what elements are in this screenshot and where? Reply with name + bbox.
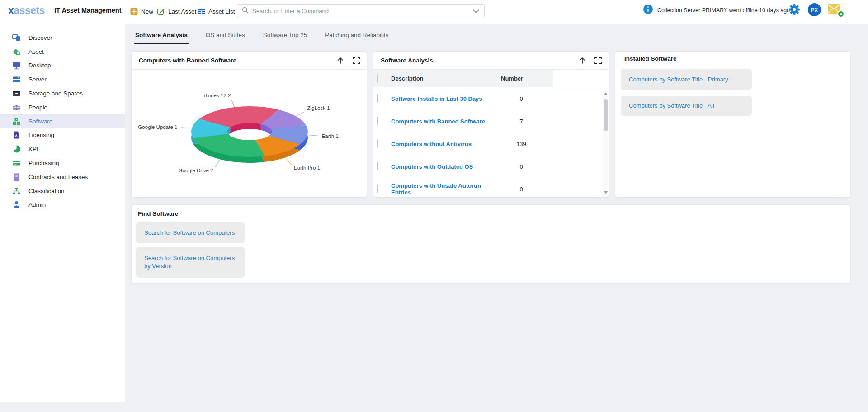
sidebar-item-label: Licensing <box>28 132 54 138</box>
sidebar-item-label: Storage and Spares <box>28 90 83 97</box>
last-asset-button-label: Last Asset <box>168 8 196 15</box>
sidebar-item-desktop[interactable]: Desktop <box>0 59 125 73</box>
licensing-doc-icon <box>12 131 21 139</box>
sidebar-item-admin[interactable]: Admin <box>0 198 125 212</box>
sidebar-item-people[interactable]: People <box>0 100 125 114</box>
admin-person-icon <box>12 200 21 209</box>
plus-icon <box>130 8 138 15</box>
search-software-on-computers-by-version-button[interactable]: Search for Software on Computers by Vers… <box>136 247 245 278</box>
new-button-label: New <box>141 8 153 15</box>
sidebar-item-label: Contracts and Leases <box>28 174 88 180</box>
chart-slice-label: Earth Pro 1 <box>294 165 320 170</box>
select-all-checkbox[interactable] <box>377 74 378 83</box>
desktop-icon <box>12 61 21 70</box>
row-checkbox[interactable] <box>377 185 378 193</box>
scroll-up-arrow-icon[interactable] <box>604 91 608 95</box>
export-up-arrow-icon[interactable] <box>578 57 586 65</box>
tab-software-top-25[interactable]: Software Top 25 <box>262 28 308 44</box>
card-title: Installed Software <box>624 55 677 62</box>
column-header-number[interactable]: Number <box>501 75 553 82</box>
card-title: Find Software <box>138 210 178 217</box>
search-input[interactable] <box>252 8 469 14</box>
report-count: 139 <box>501 141 553 147</box>
report-link[interactable]: Computers without Antivirus <box>388 141 501 147</box>
asset-icon <box>12 47 21 56</box>
main-content: Software Analysis OS and Suites Software… <box>125 24 868 412</box>
sidebar-item-purchasing[interactable]: Purchasing <box>0 156 125 170</box>
search-software-on-computers-button[interactable]: Search for Software on Computers <box>136 222 245 243</box>
tab-patching-and-reliability[interactable]: Patching and Reliability <box>324 28 389 44</box>
tab-software-analysis[interactable]: Software Analysis <box>134 28 189 44</box>
row-checkbox[interactable] <box>377 162 378 170</box>
chart-slice-label: ZigLock 1 <box>307 105 330 111</box>
chevron-down-icon[interactable] <box>472 7 480 15</box>
bottom-strip <box>0 402 125 412</box>
sidebar-item-label: Admin <box>28 201 46 208</box>
server-icon <box>12 75 21 84</box>
sidebar-item-label: Server <box>28 76 47 83</box>
mail-badge: 4 <box>837 10 844 18</box>
report-link[interactable]: Software Installs in Last 30 Days <box>388 95 501 102</box>
people-icon <box>12 103 21 112</box>
computers-by-software-title-all-button[interactable]: Computers by Software Title - All <box>621 96 752 116</box>
sidebar-item-label: People <box>28 104 47 111</box>
expand-fullscreen-icon[interactable] <box>594 57 602 65</box>
sidebar-item-storage-and-spares[interactable]: Storage and Spares <box>0 86 125 100</box>
export-up-arrow-icon[interactable] <box>336 57 344 65</box>
xassets-logo[interactable]: xassets <box>8 5 45 17</box>
report-link[interactable]: Computers with Unsafe Autorun Entries <box>388 182 501 196</box>
report-count: 7 <box>501 118 553 125</box>
expand-fullscreen-icon[interactable] <box>352 57 360 65</box>
top-bar: xassets IT Asset Management New Last Ass… <box>0 0 868 24</box>
sidebar-item-classification[interactable]: Classification <box>0 184 125 198</box>
sidebar-item-server[interactable]: Server <box>0 72 125 86</box>
info-icon <box>643 5 653 16</box>
sidebar-item-label: Discover <box>28 34 52 41</box>
tab-bar: Software Analysis OS and Suites Software… <box>134 28 390 44</box>
sidebar-item-label: Classification <box>28 188 65 194</box>
app-title: IT Asset Management <box>54 7 122 14</box>
search-icon <box>242 7 249 15</box>
sidebar-item-kpi[interactable]: KPI <box>0 142 125 156</box>
banned-software-chart: iTunes 12 2ZigLock 1Earth 1Earth Pro 1Go… <box>132 70 367 198</box>
sidebar-item-licensing[interactable]: Licensing <box>0 128 125 142</box>
column-header-description[interactable]: Description <box>388 75 501 82</box>
analysis-table-body: Software Installs in Last 30 Days 0 Comp… <box>373 87 609 197</box>
row-checkbox[interactable] <box>377 117 378 125</box>
tab-os-and-suites[interactable]: OS and Suites <box>205 28 246 44</box>
row-checkbox[interactable] <box>377 94 378 103</box>
computers-by-software-title-primary-button[interactable]: Computers by Software Title - Primary <box>621 69 752 90</box>
server-notification[interactable]: Collection Server PRIMARY went offline 1… <box>643 5 790 16</box>
sidebar-item-software[interactable]: Software <box>0 114 125 128</box>
report-link[interactable]: Computers with Banned Software <box>388 118 501 125</box>
banned-software-card-header: Computers with Banned Software <box>132 52 367 70</box>
sidebar-item-contracts-and-leases[interactable]: Contracts and Leases <box>0 170 125 184</box>
report-count: 0 <box>501 163 553 170</box>
last-asset-button[interactable]: Last Asset <box>157 5 196 17</box>
table-row: Computers with Outdated OS 0 <box>373 155 609 178</box>
sidebar-item-label: Asset <box>28 48 44 55</box>
user-avatar[interactable]: PX <box>808 3 821 16</box>
card-title: Software Analysis <box>381 57 433 64</box>
discover-icon <box>12 33 21 42</box>
sidebar-item-asset[interactable]: Asset <box>0 45 125 59</box>
asset-list-button[interactable]: Asset List <box>198 5 235 17</box>
sidebar-nav: Discover Asset Desktop Server Storage an… <box>0 24 125 402</box>
table-scrollbar[interactable] <box>603 90 608 197</box>
row-checkbox[interactable] <box>377 139 378 148</box>
new-button[interactable]: New <box>130 5 153 17</box>
sidebar-item-discover[interactable]: Discover <box>0 31 125 45</box>
table-row: Computers with Banned Software 7 <box>373 110 609 133</box>
scrollbar-thumb[interactable] <box>604 99 608 131</box>
settings-gear-icon[interactable] <box>788 4 800 15</box>
mail-button[interactable]: 4 <box>828 4 843 18</box>
report-link[interactable]: Computers with Outdated OS <box>388 163 501 170</box>
scroll-down-arrow-icon[interactable] <box>604 191 608 195</box>
report-count: 0 <box>501 95 553 102</box>
card-title: Computers with Banned Software <box>139 57 236 64</box>
table-header-row: Description Number <box>373 70 609 87</box>
sidebar-item-label: KPI <box>28 146 38 152</box>
sidebar-item-label: Purchasing <box>28 160 59 166</box>
logo-rest: assets <box>14 5 45 16</box>
sidebar-item-label: Software <box>28 118 52 125</box>
